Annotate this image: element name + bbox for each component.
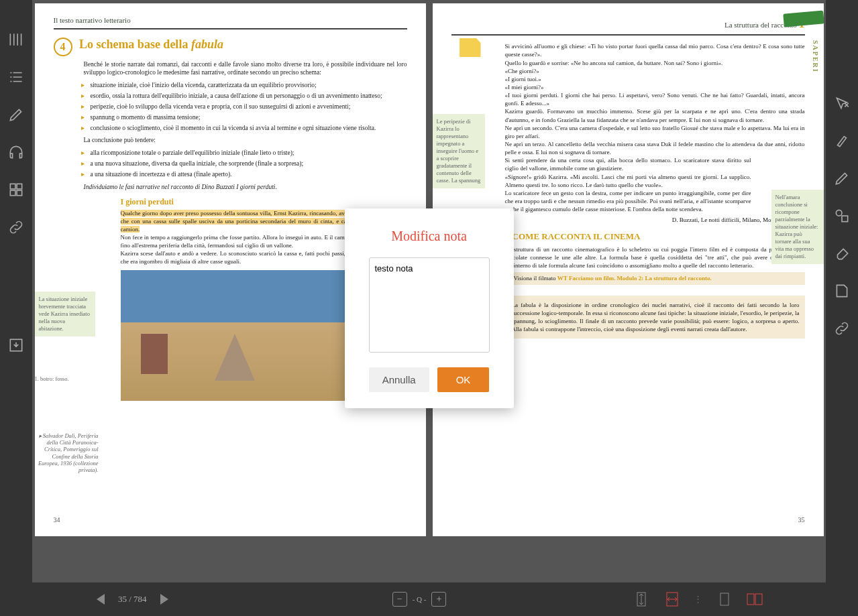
modal-overlay: Modifica nota Annulla OK [0,0,858,616]
note-textarea[interactable] [369,257,490,353]
ok-button[interactable]: OK [437,367,490,392]
edit-note-modal: Modifica nota Annulla OK [345,208,514,408]
cancel-button[interactable]: Annulla [369,367,429,392]
modal-title: Modifica nota [361,229,498,244]
